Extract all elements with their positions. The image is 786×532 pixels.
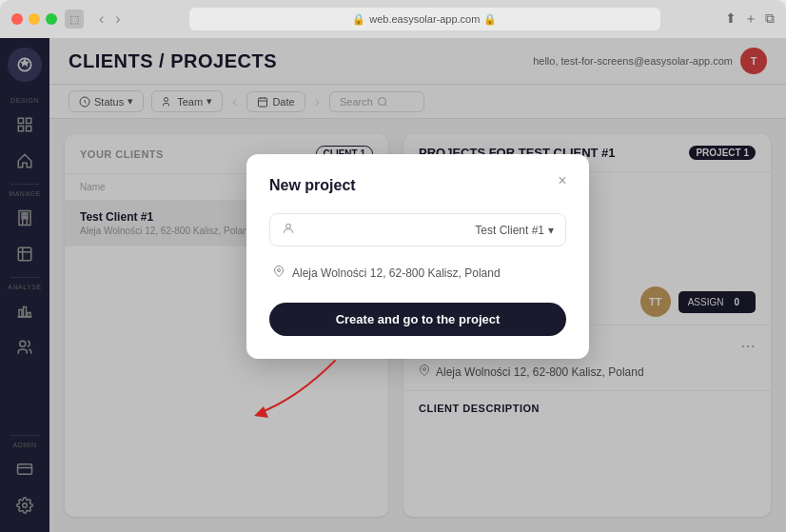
share-icon[interactable]: ⬆ (725, 10, 737, 28)
sidebar-group-analyse: ANALYSE (8, 284, 42, 365)
sidebar-label-analyse: ANALYSE (8, 284, 41, 290)
browser-nav: ‹ › (95, 9, 125, 30)
sidebar-divider-2 (10, 277, 39, 278)
svg-rect-15 (18, 464, 32, 475)
svg-point-22 (286, 224, 291, 228)
sidebar-item-manage-building[interactable] (8, 201, 42, 235)
dot-red[interactable] (11, 13, 23, 25)
svg-point-14 (20, 341, 26, 346)
lock-icon: 🔒 (352, 13, 365, 26)
url-text: web.easysolar-app.com (369, 13, 480, 25)
svg-rect-7 (26, 213, 28, 215)
svg-point-23 (278, 269, 281, 272)
close-icon: × (558, 172, 566, 189)
sidebar-item-admin-card[interactable] (8, 452, 42, 486)
expand-icon[interactable]: ⧉ (765, 10, 775, 28)
sidebar-label-manage: MANAGE (9, 190, 40, 197)
svg-rect-1 (18, 118, 23, 123)
sidebar-item-analyse-bar[interactable] (8, 294, 42, 328)
svg-rect-12 (24, 307, 27, 318)
dot-green[interactable] (46, 13, 57, 25)
modal-close-button[interactable]: × (551, 169, 574, 192)
modal-address-text: Aleja Wolności 12, 62-800 Kalisz, Poland (292, 266, 501, 280)
sidebar-divider-1 (10, 184, 39, 185)
sidebar-group-manage: MANAGE (8, 190, 42, 271)
sidebar-label-admin: ADMIN (12, 442, 36, 448)
dot-yellow[interactable] (29, 13, 40, 25)
sidebar-divider-3 (10, 435, 39, 436)
sidebar-item-manage-table[interactable] (8, 237, 42, 271)
svg-point-16 (23, 503, 28, 508)
modal-title: New project (269, 177, 566, 194)
person-icon (282, 222, 295, 238)
browser-actions: ⬆ ＋ ⧉ (725, 10, 775, 28)
svg-rect-6 (22, 213, 24, 215)
modal-pin-icon (273, 266, 285, 280)
sidebar-label-design: DESIGN (10, 97, 39, 104)
client-field-value: Test Client #1 ▾ (475, 224, 554, 237)
svg-rect-11 (19, 310, 22, 318)
client-chevron: ▾ (548, 224, 554, 237)
svg-rect-10 (18, 247, 31, 261)
sidebar-item-analyse-users[interactable] (8, 330, 42, 365)
svg-rect-3 (18, 127, 23, 131)
sidebar-group-design: DESIGN (8, 97, 42, 178)
add-tab-icon[interactable]: ＋ (744, 10, 757, 28)
svg-rect-2 (27, 118, 31, 123)
create-project-button[interactable]: Create and go to the project (269, 303, 566, 336)
new-project-modal: New project × Test Client #1 ▾ Aleja Wol… (246, 154, 589, 359)
nav-forward[interactable]: › (111, 9, 124, 30)
browser-address-bar[interactable]: 🔒 web.easysolar-app.com 🔒 (189, 8, 660, 30)
svg-marker-24 (254, 406, 268, 418)
sidebar-logo[interactable] (8, 48, 42, 82)
modal-client-field[interactable]: Test Client #1 ▾ (269, 213, 566, 246)
browser-tab-icon: ⬚ (65, 10, 84, 29)
sidebar: DESIGN MANAGE ANALYSE (0, 38, 49, 532)
browser-chrome: ⬚ ‹ › 🔒 web.easysolar-app.com 🔒 ⬆ ＋ ⧉ (0, 0, 786, 38)
lock-icon2: 🔒 (483, 13, 497, 26)
sidebar-group-admin: ADMIN (8, 442, 42, 522)
sidebar-item-design-home[interactable] (8, 144, 42, 178)
modal-address-row: Aleja Wolności 12, 62-800 Kalisz, Poland (269, 258, 566, 287)
modal-overlay: New project × Test Client #1 ▾ Aleja Wol… (49, 38, 786, 532)
sidebar-item-design-grid[interactable] (8, 108, 42, 142)
nav-back[interactable]: ‹ (95, 9, 108, 30)
svg-rect-4 (27, 127, 31, 131)
browser-dots (11, 13, 57, 25)
sidebar-item-admin-gear[interactable] (8, 488, 42, 522)
